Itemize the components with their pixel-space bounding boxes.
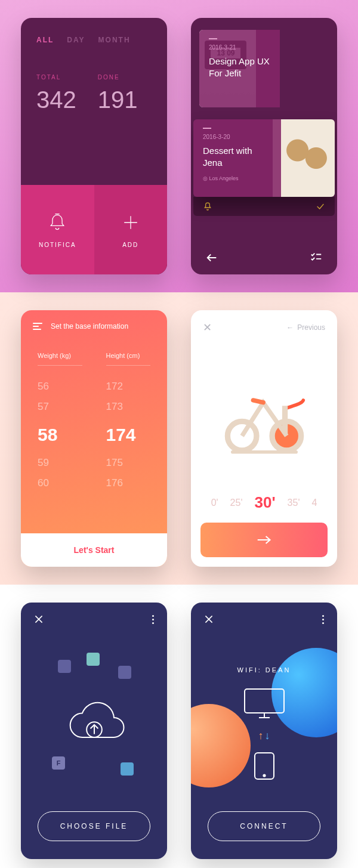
upload-card: F CHOOSE FILE (21, 603, 167, 859)
arrow-right-icon (257, 535, 272, 545)
monitor-icon (241, 685, 288, 721)
task-location: ◎ Los Angeles (203, 175, 271, 181)
check-icon[interactable] (316, 202, 325, 211)
task-thumbnail (273, 119, 335, 197)
add-label: ADD (122, 242, 138, 248)
stat-total: TOTAL 342 (36, 74, 76, 113)
weight-option[interactable]: 57 (38, 397, 82, 417)
file-tile-icon (121, 762, 134, 776)
svg-rect-18 (245, 689, 284, 713)
bike-illustration (191, 345, 337, 487)
height-option[interactable]: 176 (106, 473, 151, 493)
workout-card: ✕ ← Previous 0' 25' 30' 35' 4 (191, 310, 337, 567)
task-item[interactable]: 2016-3-21 Design App UX For Jefit (199, 30, 329, 107)
duration-option[interactable]: 0' (211, 498, 218, 508)
task-action-bar (193, 197, 335, 216)
choose-file-button[interactable]: CHOOSE FILE (38, 811, 150, 841)
svg-point-6 (227, 421, 257, 450)
tab-month[interactable]: MONTH (98, 36, 131, 44)
connect-card: WIFI: DEAN ↑↓ CONNECT (191, 603, 337, 859)
weight-selected[interactable]: 58 (38, 417, 82, 453)
close-icon[interactable] (34, 614, 44, 624)
tasks-card: 2016-3-21 Design App UX For Jefit 2016-3… (191, 18, 337, 274)
weight-option[interactable]: 56 (38, 376, 82, 397)
height-option[interactable]: 172 (106, 376, 151, 397)
transfer-arrows-icon: ↑↓ (258, 730, 270, 742)
add-button[interactable]: ADD (94, 185, 168, 274)
duration-option[interactable]: 4 (311, 498, 317, 508)
task-item[interactable]: 2016-3-20 Dessert with Jena ◎ Los Angele… (193, 119, 335, 197)
plus-icon (120, 212, 141, 233)
stat-done-value: 191 (98, 87, 138, 113)
height-option[interactable]: 173 (106, 397, 151, 417)
height-option[interactable]: 175 (106, 453, 151, 473)
task-date: 2016-3-20 (203, 134, 271, 140)
weight-option[interactable]: 59 (38, 453, 82, 473)
card-title: Set the base information (51, 322, 128, 330)
connect-button[interactable]: CONNECT (208, 811, 320, 841)
close-icon[interactable]: ✕ (203, 321, 212, 334)
tab-all[interactable]: ALL (36, 36, 54, 44)
duration-selected[interactable]: 30' (254, 493, 275, 512)
weight-picker[interactable]: Weight (kg) 56 57 58 59 60 (38, 352, 82, 493)
next-button[interactable] (200, 523, 328, 557)
weight-option[interactable]: 60 (38, 473, 82, 493)
task-date: 2016-3-21 (209, 44, 270, 51)
svg-rect-9 (282, 406, 287, 434)
stat-total-value: 342 (36, 87, 76, 113)
svg-rect-10 (231, 450, 298, 453)
wifi-label: WIFI: DEAN (237, 666, 291, 674)
height-label: Height (cm) (106, 352, 151, 366)
tablet-icon (252, 750, 276, 781)
bell-icon[interactable] (203, 202, 212, 211)
stats-card: ALL DAY MONTH TOTAL 342 DONE 191 NOTIFIC… (21, 18, 167, 274)
back-icon[interactable] (205, 251, 218, 264)
file-tile-icon (87, 653, 100, 666)
duration-option[interactable]: 35' (288, 498, 300, 508)
close-icon[interactable] (204, 614, 214, 624)
stat-total-label: TOTAL (36, 74, 76, 81)
stat-done: DONE 191 (98, 74, 138, 113)
duration-option[interactable]: 25' (230, 498, 243, 508)
checklist-icon[interactable] (310, 251, 323, 264)
cloud-upload-icon (61, 697, 127, 750)
height-selected[interactable]: 174 (106, 417, 151, 453)
notifications-label: NOTIFICA (39, 242, 76, 248)
tab-day[interactable]: DAY (67, 36, 85, 44)
more-icon[interactable] (322, 615, 324, 624)
svg-point-22 (263, 774, 265, 776)
stat-done-label: DONE (98, 74, 138, 81)
menu-icon[interactable] (33, 323, 42, 330)
height-picker[interactable]: Height (cm) 172 173 174 175 176 (106, 352, 151, 493)
file-tile-icon (118, 666, 131, 679)
more-icon[interactable] (152, 615, 154, 624)
file-tile-icon: F (52, 756, 65, 770)
weight-label: Weight (kg) (38, 352, 82, 366)
bell-icon (47, 212, 68, 233)
duration-picker[interactable]: 0' 25' 30' 35' 4 (191, 487, 337, 523)
base-info-card: Set the base information Weight (kg) 56 … (21, 310, 167, 567)
task-title: Design App UX For Jefit (209, 55, 270, 80)
task-title: Dessert with Jena (203, 145, 271, 169)
file-tile-icon (58, 660, 71, 673)
range-tabs: ALL DAY MONTH (21, 18, 167, 50)
start-button[interactable]: Let's Start (21, 533, 167, 567)
previous-button[interactable]: ← Previous (286, 323, 325, 332)
notifications-button[interactable]: NOTIFICA (21, 185, 94, 274)
